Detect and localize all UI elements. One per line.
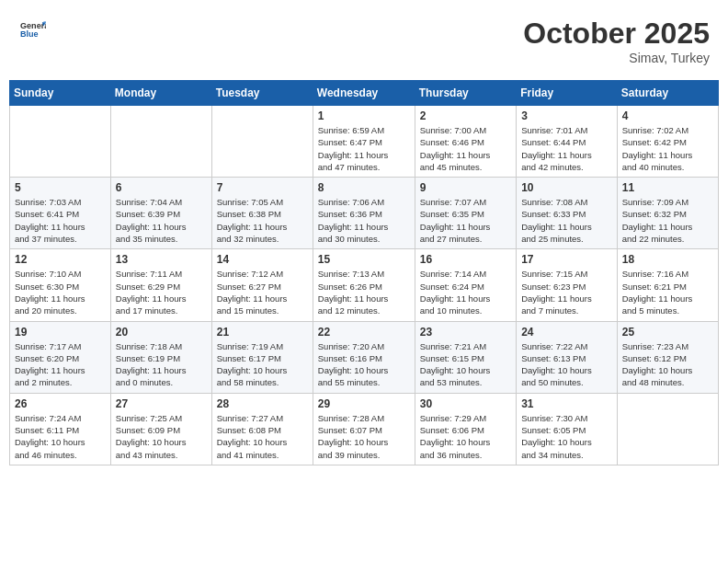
day-info: Sunrise: 7:21 AM Sunset: 6:15 PM Dayligh… [420, 340, 511, 389]
day-cell: 14Sunrise: 7:12 AM Sunset: 6:27 PM Dayli… [211, 249, 313, 321]
day-info: Sunrise: 7:17 AM Sunset: 6:20 PM Dayligh… [15, 340, 106, 389]
day-number: 15 [318, 253, 410, 266]
day-info: Sunrise: 7:11 AM Sunset: 6:29 PM Dayligh… [116, 268, 207, 316]
day-info: Sunrise: 7:25 AM Sunset: 6:09 PM Dayligh… [116, 412, 207, 461]
day-cell: 4Sunrise: 7:02 AM Sunset: 6:42 PM Daylig… [617, 106, 718, 178]
day-number: 18 [622, 253, 713, 266]
day-cell: 16Sunrise: 7:14 AM Sunset: 6:24 PM Dayli… [415, 249, 516, 321]
day-number: 10 [521, 181, 612, 194]
month-title: October 2025 [523, 17, 710, 51]
day-cell: 24Sunrise: 7:22 AM Sunset: 6:13 PM Dayli… [517, 321, 618, 393]
day-cell: 27Sunrise: 7:25 AM Sunset: 6:09 PM Dayli… [110, 393, 211, 465]
day-number: 21 [217, 326, 308, 339]
day-cell: 7Sunrise: 7:05 AM Sunset: 6:38 PM Daylig… [211, 178, 313, 249]
day-info: Sunrise: 7:04 AM Sunset: 6:39 PM Dayligh… [116, 196, 207, 245]
page-header: General Blue October 2025 Simav, Turkey [9, 9, 719, 73]
day-cell: 9Sunrise: 7:07 AM Sunset: 6:35 PM Daylig… [415, 178, 516, 249]
day-info: Sunrise: 7:03 AM Sunset: 6:41 PM Dayligh… [15, 196, 106, 245]
day-info: Sunrise: 7:16 AM Sunset: 6:21 PM Dayligh… [622, 268, 713, 316]
logo-icon: General Blue [20, 17, 46, 42]
day-info: Sunrise: 7:18 AM Sunset: 6:19 PM Dayligh… [116, 340, 207, 389]
day-number: 26 [15, 397, 106, 410]
week-row-1: 1Sunrise: 6:59 AM Sunset: 6:47 PM Daylig… [10, 106, 719, 178]
day-number: 4 [622, 109, 713, 122]
location: Simav, Turkey [523, 51, 710, 65]
day-info: Sunrise: 7:15 AM Sunset: 6:23 PM Dayligh… [521, 268, 612, 316]
day-info: Sunrise: 7:20 AM Sunset: 6:16 PM Dayligh… [318, 340, 410, 389]
day-info: Sunrise: 7:14 AM Sunset: 6:24 PM Dayligh… [420, 268, 511, 316]
day-cell: 18Sunrise: 7:16 AM Sunset: 6:21 PM Dayli… [617, 249, 718, 321]
day-info: Sunrise: 7:27 AM Sunset: 6:08 PM Dayligh… [217, 412, 308, 461]
day-cell: 13Sunrise: 7:11 AM Sunset: 6:29 PM Dayli… [110, 249, 211, 321]
day-info: Sunrise: 7:00 AM Sunset: 6:46 PM Dayligh… [420, 124, 511, 173]
logo: General Blue [18, 17, 46, 46]
col-monday: Monday [110, 81, 211, 106]
day-number: 13 [116, 253, 207, 266]
day-cell [10, 106, 111, 178]
day-cell: 21Sunrise: 7:19 AM Sunset: 6:17 PM Dayli… [211, 321, 313, 393]
day-cell: 15Sunrise: 7:13 AM Sunset: 6:26 PM Dayli… [313, 249, 415, 321]
day-cell: 3Sunrise: 7:01 AM Sunset: 6:44 PM Daylig… [517, 106, 618, 178]
title-block: October 2025 Simav, Turkey [523, 17, 710, 65]
day-info: Sunrise: 7:09 AM Sunset: 6:32 PM Dayligh… [622, 196, 713, 245]
day-cell: 6Sunrise: 7:04 AM Sunset: 6:39 PM Daylig… [110, 178, 211, 249]
day-number: 5 [15, 181, 106, 194]
day-number: 8 [318, 181, 410, 194]
day-cell [617, 393, 718, 465]
day-info: Sunrise: 7:02 AM Sunset: 6:42 PM Dayligh… [622, 124, 713, 173]
day-cell: 11Sunrise: 7:09 AM Sunset: 6:32 PM Dayli… [617, 178, 718, 249]
day-number: 14 [217, 253, 308, 266]
day-number: 24 [521, 326, 612, 339]
day-info: Sunrise: 7:28 AM Sunset: 6:07 PM Dayligh… [318, 412, 410, 461]
day-number: 17 [521, 253, 612, 266]
col-sunday: Sunday [10, 81, 111, 106]
day-number: 27 [116, 397, 207, 410]
day-info: Sunrise: 7:10 AM Sunset: 6:30 PM Dayligh… [15, 268, 106, 316]
day-info: Sunrise: 7:22 AM Sunset: 6:13 PM Dayligh… [521, 340, 612, 389]
day-info: Sunrise: 7:19 AM Sunset: 6:17 PM Dayligh… [217, 340, 308, 389]
week-row-2: 5Sunrise: 7:03 AM Sunset: 6:41 PM Daylig… [10, 178, 719, 249]
day-number: 29 [318, 397, 410, 410]
day-cell [110, 106, 211, 178]
day-number: 3 [521, 109, 612, 122]
day-cell: 8Sunrise: 7:06 AM Sunset: 6:36 PM Daylig… [313, 178, 415, 249]
day-cell: 29Sunrise: 7:28 AM Sunset: 6:07 PM Dayli… [313, 393, 415, 465]
day-cell: 26Sunrise: 7:24 AM Sunset: 6:11 PM Dayli… [10, 393, 111, 465]
day-cell: 1Sunrise: 6:59 AM Sunset: 6:47 PM Daylig… [313, 106, 415, 178]
day-number: 19 [15, 326, 106, 339]
day-cell: 12Sunrise: 7:10 AM Sunset: 6:30 PM Dayli… [10, 249, 111, 321]
day-info: Sunrise: 7:05 AM Sunset: 6:38 PM Dayligh… [217, 196, 308, 245]
day-number: 12 [15, 253, 106, 266]
calendar-table: Sunday Monday Tuesday Wednesday Thursday… [9, 80, 719, 465]
day-number: 28 [217, 397, 308, 410]
day-cell [211, 106, 313, 178]
day-info: Sunrise: 7:01 AM Sunset: 6:44 PM Dayligh… [521, 124, 612, 173]
day-cell: 23Sunrise: 7:21 AM Sunset: 6:15 PM Dayli… [415, 321, 516, 393]
day-info: Sunrise: 7:23 AM Sunset: 6:12 PM Dayligh… [622, 340, 713, 389]
day-cell: 10Sunrise: 7:08 AM Sunset: 6:33 PM Dayli… [517, 178, 618, 249]
day-cell: 17Sunrise: 7:15 AM Sunset: 6:23 PM Dayli… [517, 249, 618, 321]
day-info: Sunrise: 7:12 AM Sunset: 6:27 PM Dayligh… [217, 268, 308, 316]
day-cell: 28Sunrise: 7:27 AM Sunset: 6:08 PM Dayli… [211, 393, 313, 465]
day-info: Sunrise: 7:08 AM Sunset: 6:33 PM Dayligh… [521, 196, 612, 245]
day-cell: 20Sunrise: 7:18 AM Sunset: 6:19 PM Dayli… [110, 321, 211, 393]
col-tuesday: Tuesday [211, 81, 313, 106]
week-row-4: 19Sunrise: 7:17 AM Sunset: 6:20 PM Dayli… [10, 321, 719, 393]
week-row-5: 26Sunrise: 7:24 AM Sunset: 6:11 PM Dayli… [10, 393, 719, 465]
col-thursday: Thursday [415, 81, 516, 106]
day-number: 1 [318, 109, 410, 122]
col-saturday: Saturday [617, 81, 718, 106]
day-number: 16 [420, 253, 511, 266]
day-info: Sunrise: 7:29 AM Sunset: 6:06 PM Dayligh… [420, 412, 511, 461]
day-number: 25 [622, 326, 713, 339]
day-cell: 5Sunrise: 7:03 AM Sunset: 6:41 PM Daylig… [10, 178, 111, 249]
day-number: 31 [521, 397, 612, 410]
day-number: 30 [420, 397, 511, 410]
day-cell: 2Sunrise: 7:00 AM Sunset: 6:46 PM Daylig… [415, 106, 516, 178]
day-number: 6 [116, 181, 207, 194]
day-number: 2 [420, 109, 511, 122]
day-number: 11 [622, 181, 713, 194]
svg-text:Blue: Blue [20, 29, 39, 39]
day-number: 20 [116, 326, 207, 339]
day-info: Sunrise: 6:59 AM Sunset: 6:47 PM Dayligh… [318, 124, 410, 173]
